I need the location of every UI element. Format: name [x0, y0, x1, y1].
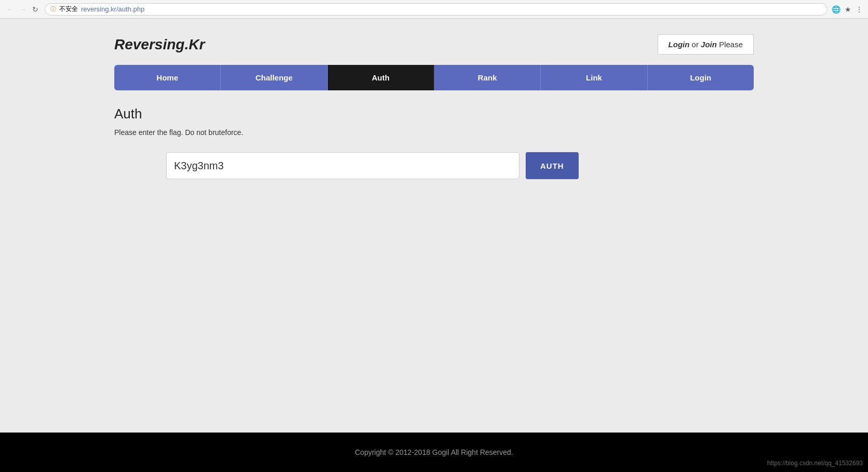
- auth-form: AUTH: [114, 152, 754, 179]
- nav-auth[interactable]: Auth: [328, 65, 434, 90]
- nav-home[interactable]: Home: [114, 65, 221, 90]
- translate-button[interactable]: 🌐: [832, 5, 840, 14]
- header: Reversing.Kr Login or Join Please: [0, 19, 868, 65]
- page-title: Auth: [114, 106, 754, 122]
- address-bar[interactable]: ⓘ 不安全 reversing.kr/auth.php: [45, 3, 827, 16]
- browser-actions: 🌐 ★ ⋮: [832, 5, 863, 14]
- back-button[interactable]: ←: [5, 4, 16, 15]
- nav-bar: Home Challenge Auth Rank Link Login: [114, 65, 754, 90]
- auth-button[interactable]: AUTH: [526, 152, 579, 179]
- page-description: Please enter the flag. Do not bruteforce…: [114, 128, 754, 137]
- site-logo: Reversing.Kr: [114, 36, 205, 53]
- url-path: /auth.php: [116, 5, 144, 13]
- menu-button[interactable]: ⋮: [856, 5, 863, 14]
- refresh-button[interactable]: ↻: [30, 4, 41, 15]
- watermark: https://blog.csdn.net/qq_41532693: [767, 460, 863, 467]
- or-text: or: [692, 40, 701, 49]
- url-text: reversing.kr/auth.php: [81, 5, 144, 13]
- nav-link[interactable]: Link: [541, 65, 647, 90]
- nav-challenge[interactable]: Challenge: [221, 65, 327, 90]
- nav-buttons: ← → ↻: [5, 4, 41, 15]
- description-part2: Do not bruteforce.: [185, 128, 243, 137]
- description-part1: Please enter the flag.: [114, 128, 183, 137]
- login-link[interactable]: Login: [669, 40, 690, 49]
- page-wrapper: Reversing.Kr Login or Join Please Home C…: [0, 19, 868, 433]
- footer: Copyright © 2012-2018 Gogil All Right Re…: [0, 433, 868, 472]
- nav-login[interactable]: Login: [648, 65, 754, 90]
- flag-input[interactable]: [166, 152, 519, 179]
- bookmark-button[interactable]: ★: [845, 5, 851, 14]
- join-link[interactable]: Join: [701, 40, 717, 49]
- login-join-box: Login or Join Please: [658, 34, 754, 55]
- main-content: Auth Please enter the flag. Do not brute…: [0, 90, 868, 433]
- security-icon: ⓘ: [50, 5, 56, 13]
- copyright-text: Copyright © 2012-2018 Gogil All Right Re…: [355, 448, 513, 456]
- forward-button[interactable]: →: [18, 4, 28, 15]
- browser-chrome: ← → ↻ ⓘ 不安全 reversing.kr/auth.php 🌐 ★ ⋮: [0, 0, 868, 19]
- security-label: 不安全: [59, 5, 78, 14]
- nav-rank[interactable]: Rank: [434, 65, 541, 90]
- url-domain: reversing.kr: [81, 5, 116, 13]
- please-text: Please: [719, 40, 743, 49]
